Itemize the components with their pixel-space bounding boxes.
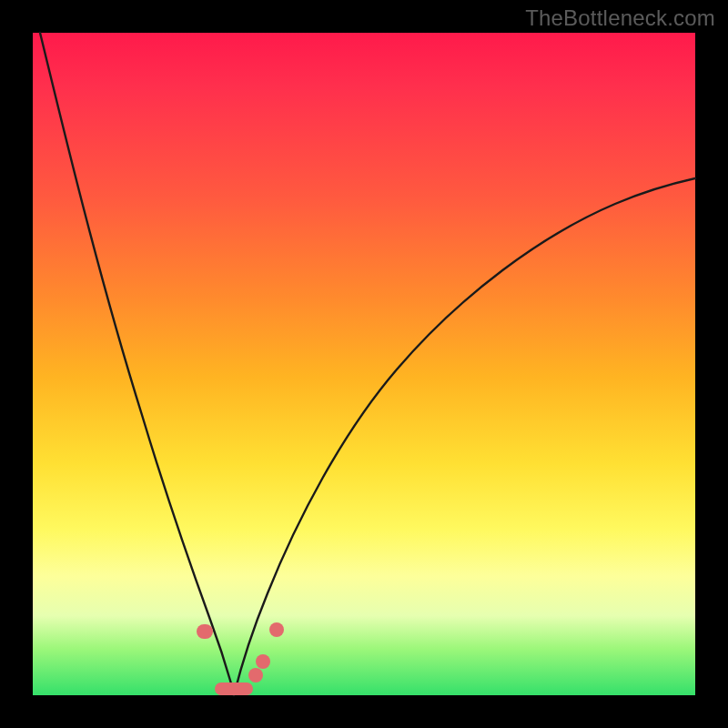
marker-dot-1 [248, 668, 263, 682]
curve-right-branch [234, 178, 695, 695]
marker-dot-2 [256, 654, 270, 669]
chart-frame: TheBottleneck.com [0, 0, 728, 728]
marker-pill-bottom [215, 682, 253, 695]
bottleneck-curve [33, 33, 695, 695]
curve-left-branch [40, 33, 234, 695]
marker-dot-3 [269, 622, 284, 637]
marker-pill-left [197, 624, 213, 639]
plot-area [33, 33, 695, 695]
watermark-text: TheBottleneck.com [525, 5, 715, 31]
